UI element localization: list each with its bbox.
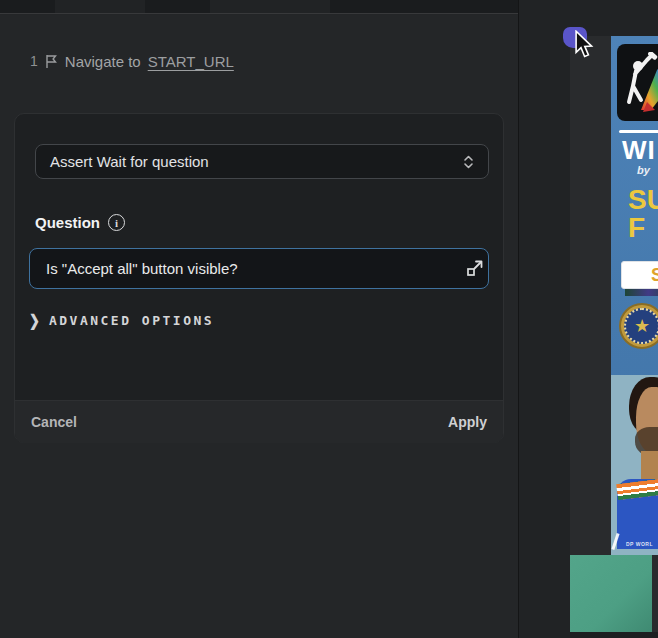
preview-teal-section xyxy=(570,555,652,632)
banner-cta-button[interactable]: S xyxy=(621,261,658,289)
top-bar-fragment xyxy=(55,0,145,13)
action-type-value: Assert Wait for question xyxy=(50,153,209,170)
cancel-button[interactable]: Cancel xyxy=(31,414,77,430)
banner-divider xyxy=(619,130,658,133)
preview-viewport[interactable]: WI by SU F S ★ xyxy=(570,36,658,638)
apply-button[interactable]: Apply xyxy=(448,414,487,430)
step-item-navigate[interactable]: 1 Navigate to START_URL xyxy=(30,51,234,71)
cricket-board-emblem: ★ xyxy=(619,303,658,349)
info-icon[interactable]: i xyxy=(108,214,125,231)
card-footer: Cancel Apply xyxy=(15,400,503,443)
banner-headline-line2: F xyxy=(628,212,645,244)
step-target-link[interactable]: START_URL xyxy=(148,53,234,70)
preview-bottom-strip xyxy=(570,632,658,638)
action-type-select[interactable]: Assert Wait for question xyxy=(35,144,489,179)
preview-promo-banner: WI by SU F S ★ xyxy=(611,36,658,555)
cursor-pointer-icon xyxy=(571,30,597,64)
emblem-star-icon: ★ xyxy=(634,317,650,335)
sponsor-text: DP WORL xyxy=(626,541,653,547)
step-number: 1 xyxy=(30,53,38,69)
top-bar-fragment xyxy=(210,0,330,13)
browser-preview-panel: WI by SU F S ★ xyxy=(519,0,658,638)
player-photo: DP WORL xyxy=(611,375,658,555)
jersey-collar-stripes xyxy=(616,478,658,500)
question-label-row: Question i xyxy=(35,214,125,231)
banner-cta-shadow xyxy=(625,289,658,296)
emblem-inner-ring: ★ xyxy=(624,308,658,344)
chevron-right-icon: ❯ xyxy=(29,312,40,330)
flag-icon xyxy=(45,54,58,69)
expand-arrow-icon[interactable] xyxy=(465,258,485,278)
banner-title: WI xyxy=(622,135,656,166)
step-editor-card: Assert Wait for question Question i ❯ xyxy=(14,113,504,443)
question-label: Question xyxy=(35,214,100,231)
banner-byline: by xyxy=(637,164,650,176)
select-chevron-icon xyxy=(463,155,474,169)
app-screen: 1 Navigate to START_URL Assert Wait for … xyxy=(0,0,658,638)
step-action-label: Navigate to xyxy=(65,53,141,70)
advanced-options-label: ADVANCED OPTIONS xyxy=(49,313,214,328)
test-steps-panel: 1 Navigate to START_URL Assert Wait for … xyxy=(0,15,518,638)
advanced-options-toggle[interactable]: ❯ ADVANCED OPTIONS xyxy=(29,313,214,328)
cricket-logo xyxy=(617,44,658,121)
question-input[interactable] xyxy=(29,248,489,289)
player-jersey xyxy=(617,479,658,549)
